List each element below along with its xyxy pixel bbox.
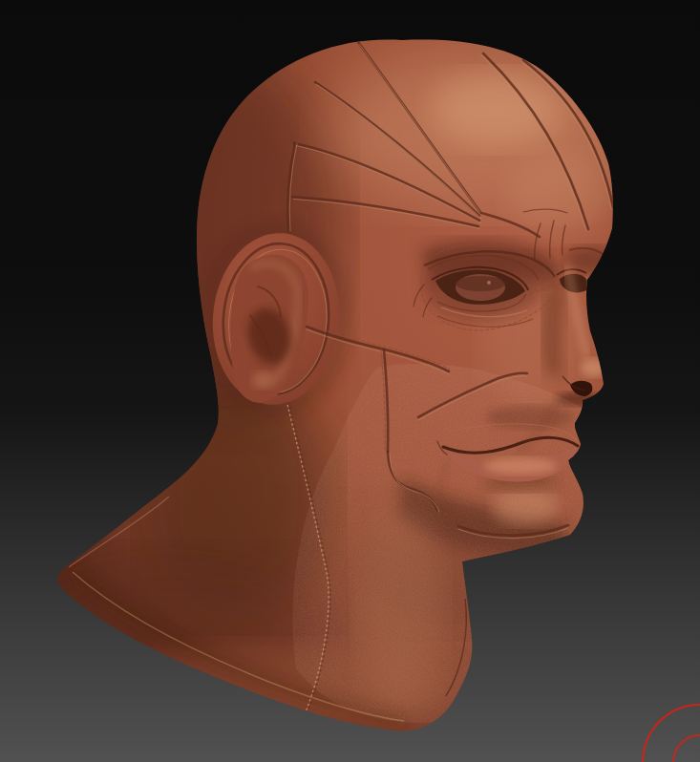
viewport-canvas[interactable] bbox=[0, 0, 700, 762]
ear-lobe-highlight bbox=[252, 371, 275, 389]
highlight-crown-hot bbox=[430, 72, 563, 148]
sculpt-viewport[interactable] bbox=[0, 0, 700, 762]
eye-glint bbox=[487, 281, 491, 285]
eyeball-shade bbox=[456, 276, 505, 291]
lower-lip-highlight bbox=[484, 457, 557, 475]
